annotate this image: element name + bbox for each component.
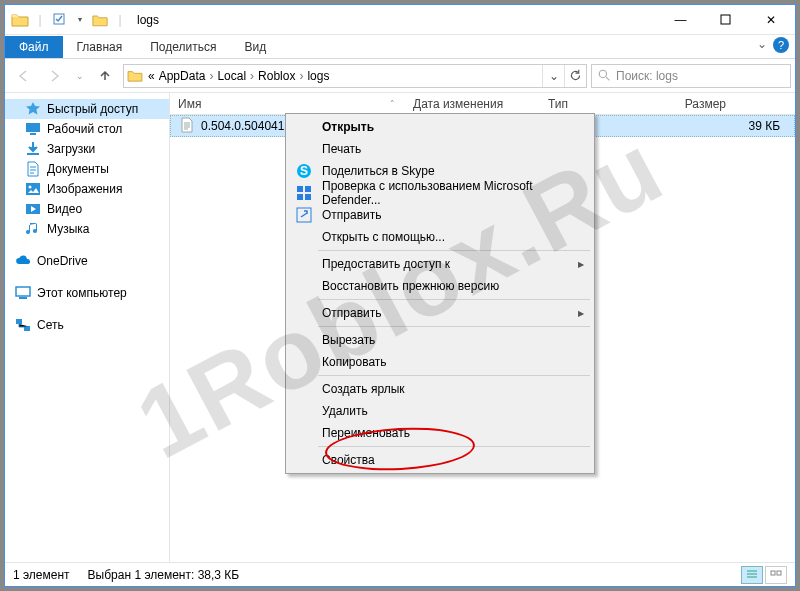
address-bar[interactable]: « AppData› Local› Roblox› logs ⌄: [123, 64, 587, 88]
skype-icon: S: [296, 163, 312, 179]
ctx-rename[interactable]: Переименовать: [288, 422, 592, 444]
sidebar-item-video[interactable]: Видео: [5, 199, 169, 219]
svg-rect-5: [27, 153, 39, 155]
address-folder-icon: [124, 69, 146, 82]
svg-rect-3: [26, 123, 40, 132]
network-icon: [15, 317, 31, 333]
help-icon[interactable]: ?: [773, 37, 789, 53]
svg-rect-10: [19, 297, 27, 299]
svg-point-7: [29, 186, 32, 189]
svg-text:S: S: [300, 164, 308, 178]
ctx-create-shortcut[interactable]: Создать ярлык: [288, 378, 592, 400]
qat-dropdown-icon[interactable]: ▾: [71, 11, 89, 29]
forward-button[interactable]: [41, 63, 69, 89]
sidebar-item-label: Загрузки: [47, 142, 95, 156]
ribbon-expand-icon[interactable]: ⌄: [757, 37, 767, 53]
video-icon: [25, 201, 41, 217]
sidebar-item-this-pc[interactable]: Этот компьютер: [5, 283, 169, 303]
sidebar-item-label: Документы: [47, 162, 109, 176]
sidebar-item-label: Сеть: [37, 318, 64, 332]
ctx-copy[interactable]: Копировать: [288, 351, 592, 373]
ribbon-tab-home[interactable]: Главная: [63, 36, 137, 58]
col-size[interactable]: Размер: [640, 97, 740, 111]
sidebar-item-quick-access[interactable]: Быстрый доступ: [5, 99, 169, 119]
ribbon-file-tab[interactable]: Файл: [5, 36, 63, 58]
ribbon-tab-view[interactable]: Вид: [230, 36, 280, 58]
crumb-roblox[interactable]: Roblox›: [256, 65, 305, 87]
sidebar-item-images[interactable]: Изображения: [5, 179, 169, 199]
search-placeholder: Поиск: logs: [616, 69, 678, 83]
crumb-local[interactable]: Local›: [215, 65, 256, 87]
sidebar-item-desktop[interactable]: Рабочий стол: [5, 119, 169, 139]
ctx-send-to[interactable]: Отправить▶: [288, 302, 592, 324]
ribbon-tab-share[interactable]: Поделиться: [136, 36, 230, 58]
sort-indicator-icon: ˄: [390, 99, 395, 109]
svg-rect-1: [721, 15, 730, 24]
col-type[interactable]: Тип: [540, 97, 640, 111]
svg-rect-18: [305, 186, 311, 192]
close-button[interactable]: ✕: [748, 5, 793, 34]
ctx-delete[interactable]: Удалить: [288, 400, 592, 422]
ctx-defender[interactable]: Проверка с использованием Microsoft Defe…: [288, 182, 592, 204]
cloud-icon: [15, 253, 31, 269]
refresh-button[interactable]: [564, 65, 586, 87]
qat-sep: |: [31, 11, 49, 29]
sidebar-item-music[interactable]: Музыка: [5, 219, 169, 239]
ctx-restore[interactable]: Восстановить прежнюю версию: [288, 275, 592, 297]
view-details-button[interactable]: [741, 566, 763, 584]
ctx-properties[interactable]: Свойства: [288, 449, 592, 471]
ctx-openwith[interactable]: Открыть с помощью...: [288, 226, 592, 248]
crumb-appdata[interactable]: AppData›: [157, 65, 216, 87]
svg-rect-14: [777, 571, 781, 575]
share-icon: [296, 207, 312, 223]
svg-rect-11: [16, 319, 22, 324]
ctx-grant-access[interactable]: Предоставить доступ к▶: [288, 253, 592, 275]
sidebar-item-label: Рабочий стол: [47, 122, 122, 136]
ctx-share[interactable]: Отправить: [288, 204, 592, 226]
ctx-open[interactable]: Открыть: [288, 116, 592, 138]
col-name[interactable]: Имя˄: [170, 97, 405, 111]
document-icon: [25, 161, 41, 177]
textfile-icon: [179, 117, 195, 136]
view-large-button[interactable]: [765, 566, 787, 584]
search-input[interactable]: Поиск: logs: [591, 64, 791, 88]
context-menu: Открыть Печать S Поделиться в Skype Пров…: [285, 113, 595, 474]
ctx-cut[interactable]: Вырезать: [288, 329, 592, 351]
music-icon: [25, 221, 41, 237]
svg-point-2: [599, 70, 606, 77]
up-button[interactable]: [91, 63, 119, 89]
qat-folder-icon[interactable]: [91, 11, 109, 29]
sidebar-item-network[interactable]: Сеть: [5, 315, 169, 335]
window-title: logs: [137, 13, 159, 27]
svg-rect-9: [16, 287, 30, 296]
maximize-button[interactable]: [703, 5, 748, 34]
address-dropdown-icon[interactable]: ⌄: [542, 65, 564, 87]
ctx-print[interactable]: Печать: [288, 138, 592, 160]
column-headers[interactable]: Имя˄ Дата изменения Тип Размер: [170, 93, 795, 115]
qat-sep2: |: [111, 11, 129, 29]
back-button[interactable]: [9, 63, 37, 89]
sidebar-item-label: Этот компьютер: [37, 286, 127, 300]
image-icon: [25, 181, 41, 197]
recent-button[interactable]: ⌄: [73, 63, 87, 89]
star-icon: [25, 101, 41, 117]
status-count: 1 элемент: [13, 568, 70, 582]
crumb-logs[interactable]: logs: [305, 65, 331, 87]
download-icon: [25, 141, 41, 157]
folder-icon: [11, 11, 29, 29]
crumb-prefix[interactable]: «: [146, 65, 157, 87]
svg-rect-20: [305, 194, 311, 200]
search-icon: [592, 69, 616, 82]
minimize-button[interactable]: —: [658, 5, 703, 34]
sidebar: Быстрый доступ Рабочий стол Загрузки Док…: [5, 93, 170, 562]
qat-check-icon[interactable]: [51, 11, 69, 29]
status-bar: 1 элемент Выбран 1 элемент: 38,3 КБ: [5, 562, 795, 586]
sidebar-item-label: Быстрый доступ: [47, 102, 138, 116]
sidebar-item-label: Видео: [47, 202, 82, 216]
sidebar-item-downloads[interactable]: Загрузки: [5, 139, 169, 159]
submenu-arrow-icon: ▶: [578, 260, 592, 269]
sidebar-item-documents[interactable]: Документы: [5, 159, 169, 179]
sidebar-item-onedrive[interactable]: OneDrive: [5, 251, 169, 271]
svg-rect-19: [297, 194, 303, 200]
col-date[interactable]: Дата изменения: [405, 97, 540, 111]
